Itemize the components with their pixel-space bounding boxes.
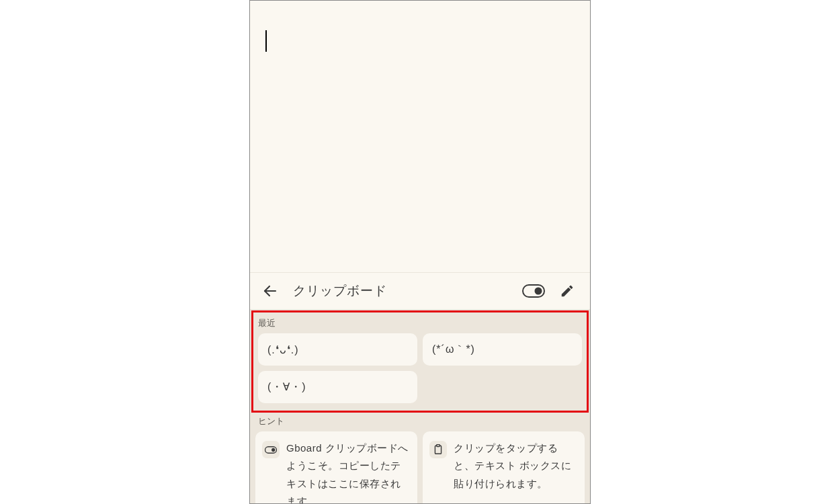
clip-item[interactable]: (・∀・) xyxy=(258,371,417,403)
svg-point-4 xyxy=(271,448,275,451)
clipboard-icon xyxy=(433,444,443,455)
tips-label: ヒント xyxy=(255,413,585,431)
tip-text: Gboard クリップボードへようこそ。コピーしたテキストはここに保存されます。 xyxy=(286,439,409,503)
clipboard-title: クリップボード xyxy=(290,282,513,300)
tip-text: クリップをタップすると、テキスト ボックスに貼り付けられます。 xyxy=(454,439,577,503)
toggle-icon xyxy=(265,446,277,454)
edit-button[interactable] xyxy=(554,278,581,304)
clip-text: (.❛ᴗ❛.) xyxy=(267,343,299,356)
toggle-on-icon xyxy=(522,284,545,298)
clipboard-panel: 最近 (.❛ᴗ❛.) (*´ω｀*) (・∀・) ヒント xyxy=(250,309,590,503)
phone-frame: クリップボード 最近 (.❛ᴗ❛.) (*´ω｀*) xyxy=(249,0,591,504)
tip-card[interactable]: Gboard クリップボードへようこそ。コピーしたテキストはここに保存されます。 xyxy=(255,431,417,503)
recent-section: 最近 (.❛ᴗ❛.) (*´ω｀*) (・∀・) xyxy=(253,312,587,411)
svg-point-2 xyxy=(535,288,542,295)
svg-rect-6 xyxy=(437,445,440,447)
text-caret xyxy=(265,30,267,52)
pencil-icon xyxy=(560,284,575,298)
note-editor[interactable] xyxy=(250,1,590,273)
tip-card[interactable]: クリップをタップすると、テキスト ボックスに貼り付けられます。 xyxy=(423,431,585,503)
clip-item[interactable]: (*´ω｀*) xyxy=(423,333,582,366)
tip-clipboard-icon xyxy=(429,441,447,458)
clip-text: (・∀・) xyxy=(267,380,306,394)
recent-label: 最近 xyxy=(255,314,585,333)
tip-toggle-icon xyxy=(262,441,280,458)
clipboard-toggle[interactable] xyxy=(520,278,547,304)
arrow-left-icon xyxy=(262,283,278,299)
clip-item[interactable]: (.❛ᴗ❛.) xyxy=(258,333,417,366)
back-button[interactable] xyxy=(257,278,284,304)
clip-text: (*´ω｀*) xyxy=(432,343,475,357)
clipboard-header: クリップボード xyxy=(250,273,590,309)
